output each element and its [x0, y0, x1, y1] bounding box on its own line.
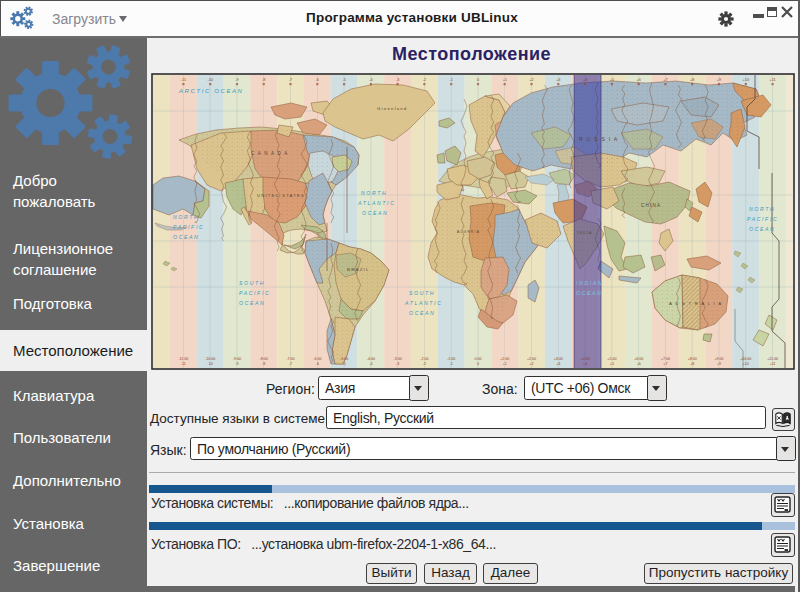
- svg-text:OCEAN: OCEAN: [173, 234, 199, 240]
- svg-text:-1: -1: [450, 78, 453, 82]
- svg-text:+2:00: +2:00: [527, 357, 536, 361]
- svg-text:+5: +5: [610, 78, 614, 82]
- svg-text:INDIAN: INDIAN: [576, 280, 603, 286]
- svg-text:+6: +6: [637, 362, 641, 366]
- svg-text:+11: +11: [770, 362, 776, 366]
- svg-text:-8: -8: [262, 78, 265, 82]
- svg-text:-10: -10: [208, 362, 213, 366]
- svg-text:OCEAN: OCEAN: [749, 226, 775, 232]
- svg-text:-2: -2: [423, 78, 426, 82]
- svg-text:+10: +10: [743, 362, 749, 366]
- svg-text:-11: -11: [181, 78, 186, 82]
- svg-text:ALGERIA: ALGERIA: [457, 230, 480, 234]
- svg-text:-9:00: -9:00: [233, 357, 241, 361]
- svg-text:OCEAN: OCEAN: [362, 210, 388, 216]
- svg-text:PACIFIC: PACIFIC: [747, 216, 778, 222]
- svg-text:PACIFIC: PACIFIC: [173, 224, 204, 230]
- svg-text:ATLANTIC: ATLANTIC: [357, 200, 396, 206]
- svg-text:+8: +8: [690, 362, 694, 366]
- svg-text:+3: +3: [556, 78, 560, 82]
- svg-text:-2:00: -2:00: [420, 357, 428, 361]
- svg-text:-4:00: -4:00: [367, 357, 375, 361]
- svg-text:OCEAN: OCEAN: [576, 290, 602, 296]
- svg-text:-11: -11: [181, 362, 186, 366]
- svg-text:-9: -9: [235, 362, 238, 366]
- svg-text:+10:00: +10:00: [740, 357, 751, 361]
- svg-text:CHINA: CHINA: [641, 203, 661, 208]
- svg-text:-5: -5: [342, 78, 345, 82]
- svg-text:-2: -2: [423, 362, 426, 366]
- svg-text:NORTH: NORTH: [361, 190, 387, 196]
- svg-text:-7: -7: [289, 362, 292, 366]
- svg-text:-6:00: -6:00: [313, 357, 321, 361]
- svg-text:-1:00: -1:00: [447, 357, 455, 361]
- svg-text:+7: +7: [663, 362, 667, 366]
- svg-text:+6: +6: [637, 78, 641, 82]
- svg-text:OCEAN: OCEAN: [409, 310, 435, 316]
- svg-text:+7: +7: [663, 78, 667, 82]
- svg-text:+5: +5: [610, 362, 614, 366]
- svg-text:ATLANTIC: ATLANTIC: [404, 300, 443, 306]
- svg-text:A U S T R A L I A: A U S T R A L I A: [669, 301, 722, 306]
- svg-text:+1:00: +1:00: [500, 357, 509, 361]
- svg-text:NORTH: NORTH: [173, 214, 199, 220]
- svg-text:-6: -6: [316, 78, 319, 82]
- svg-text:+2: +2: [529, 362, 533, 366]
- svg-text:SOUTH: SOUTH: [409, 290, 435, 296]
- svg-text:0: 0: [477, 78, 479, 82]
- svg-text:-5: -5: [342, 362, 345, 366]
- svg-text:0:00: 0:00: [475, 357, 482, 361]
- svg-text:+1: +1: [503, 78, 507, 82]
- svg-text:-8: -8: [262, 362, 265, 366]
- svg-text:+10: +10: [743, 78, 749, 82]
- svg-text:-7: -7: [289, 78, 292, 82]
- svg-text:C A N A D A: C A N A D A: [251, 151, 288, 156]
- svg-text:0: 0: [477, 362, 479, 366]
- svg-text:OCEAN: OCEAN: [239, 300, 265, 306]
- svg-text:Greenland: Greenland: [377, 106, 407, 111]
- svg-text:-8:00: -8:00: [260, 357, 268, 361]
- svg-text:ARCTIC OCEAN: ARCTIC OCEAN: [178, 88, 244, 94]
- svg-text:-4: -4: [369, 362, 372, 366]
- svg-text:+9:00: +9:00: [714, 357, 723, 361]
- svg-text:-6: -6: [316, 362, 319, 366]
- svg-text:+11:00: +11:00: [767, 357, 778, 361]
- svg-text:BRAZIL: BRAZIL: [347, 267, 370, 272]
- svg-text:-9: -9: [235, 78, 238, 82]
- svg-text:+5:00: +5:00: [607, 357, 616, 361]
- svg-text:-10:00: -10:00: [205, 357, 215, 361]
- svg-text:SOUTH: SOUTH: [239, 280, 265, 286]
- svg-text:R U S S I A: R U S S I A: [579, 136, 618, 142]
- svg-text:-3: -3: [396, 78, 399, 82]
- svg-text:UNITED STATES: UNITED STATES: [257, 193, 305, 198]
- svg-text:+1: +1: [503, 362, 507, 366]
- svg-text:+4:00: +4:00: [581, 357, 590, 361]
- svg-text:PACIFIC: PACIFIC: [239, 290, 270, 296]
- svg-text:+2: +2: [529, 78, 533, 82]
- svg-text:+4: +4: [583, 78, 587, 82]
- svg-text:+7:00: +7:00: [661, 357, 670, 361]
- svg-text:INDIA: INDIA: [577, 231, 593, 235]
- svg-text:+8:00: +8:00: [688, 357, 697, 361]
- svg-text:-1: -1: [450, 362, 453, 366]
- svg-text:-10: -10: [207, 78, 213, 82]
- svg-text:-3: -3: [396, 362, 399, 366]
- svg-text:+3: +3: [556, 362, 560, 366]
- svg-text:+4: +4: [583, 362, 587, 366]
- svg-text:+6:00: +6:00: [634, 357, 643, 361]
- svg-text:-5:00: -5:00: [340, 357, 348, 361]
- svg-text:+8: +8: [690, 78, 694, 82]
- svg-text:NORTH: NORTH: [749, 206, 775, 212]
- svg-text:+9: +9: [717, 362, 721, 366]
- svg-text:+3:00: +3:00: [554, 357, 563, 361]
- svg-text:-4: -4: [369, 78, 372, 82]
- svg-text:+11: +11: [770, 78, 776, 82]
- svg-text:+9: +9: [717, 78, 721, 82]
- svg-text:-7:00: -7:00: [286, 357, 294, 361]
- svg-text:-11:00: -11:00: [178, 357, 188, 361]
- svg-text:-3:00: -3:00: [393, 357, 401, 361]
